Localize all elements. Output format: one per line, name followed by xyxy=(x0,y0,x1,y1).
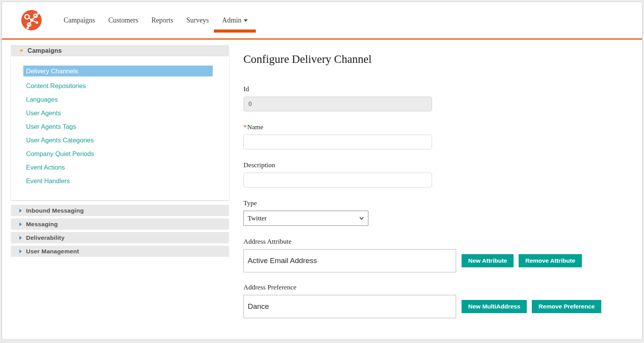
id-label: Id xyxy=(243,85,632,93)
address-preference-field-group: Address Preference New MultiAddress Remo… xyxy=(243,283,632,318)
sidebar-section-deliverability[interactable]: Deliverability xyxy=(11,232,229,243)
new-attribute-button[interactable]: New Attribute xyxy=(462,254,514,267)
sidebar-item-label: User Agents Tags xyxy=(26,123,76,130)
sidebar-section-messaging[interactable]: Messaging xyxy=(11,218,229,230)
new-multiaddress-button[interactable]: New MultiAddress xyxy=(462,300,527,313)
nav-item-label: Customers xyxy=(108,16,138,24)
sidebar-item-event-actions[interactable]: Event Actions xyxy=(11,161,229,174)
caret-right-icon xyxy=(19,236,22,240)
name-field-group: *Name xyxy=(243,123,632,149)
sidebar-item-label: Company Quiet Periods xyxy=(26,150,94,158)
description-field[interactable] xyxy=(243,173,432,187)
top-navigation-bar: Campaigns Customers Reports Surveys Admi… xyxy=(2,2,642,40)
id-field xyxy=(243,97,432,111)
nav-item-label: Campaigns xyxy=(64,16,95,24)
sidebar-accordion: Campaigns Delivery Channels Content Repo… xyxy=(11,45,229,259)
sidebar-item-label: Event Actions xyxy=(26,164,65,171)
nav-item-campaigns[interactable]: Campaigns xyxy=(57,12,102,28)
nav-item-customers[interactable]: Customers xyxy=(102,12,145,28)
sidebar-item-label: Delivery Channels xyxy=(26,68,78,75)
address-attribute-row: New Attribute Remove Attribute xyxy=(243,249,632,272)
sidebar-item-label: Content Repositories xyxy=(26,82,86,90)
address-attribute-field[interactable] xyxy=(243,249,456,272)
sidebar-item-label: Event Handlers xyxy=(26,177,70,185)
sidebar-item-event-handlers[interactable]: Event Handlers xyxy=(11,174,229,188)
sidebar-item-label: Languages xyxy=(26,96,58,103)
brand-molecule-logo-icon[interactable] xyxy=(21,9,42,31)
sidebar-item-languages[interactable]: Languages xyxy=(11,93,229,106)
remove-attribute-button[interactable]: Remove Attribute xyxy=(519,254,582,267)
main-menu: Campaigns Customers Reports Surveys Admi… xyxy=(57,12,254,28)
configure-delivery-channel-form: Configure Delivery Channel Id *Name Desc… xyxy=(243,53,632,329)
sidebar-item-company-quiet-periods[interactable]: Company Quiet Periods xyxy=(11,147,229,161)
name-label: *Name xyxy=(243,123,632,131)
sidebar-item-label: User Agents Categories xyxy=(26,137,94,144)
caret-right-icon xyxy=(19,222,22,226)
sidebar-section-label: Campaigns xyxy=(28,47,62,54)
sidebar-section-inbound-messaging[interactable]: Inbound Messaging xyxy=(11,205,229,216)
name-label-text: Name xyxy=(247,123,264,131)
id-field-group: Id xyxy=(243,85,632,111)
sidebar-item-user-agents-categories[interactable]: User Agents Categories xyxy=(11,133,229,147)
nav-item-admin[interactable]: Admin xyxy=(215,12,254,28)
name-field[interactable] xyxy=(243,135,432,149)
description-label: Description xyxy=(243,161,632,169)
address-preference-label: Address Preference xyxy=(243,283,632,291)
caret-right-icon xyxy=(19,209,22,213)
sidebar-section-label: Messaging xyxy=(26,221,58,228)
nav-item-label: Reports xyxy=(151,16,173,24)
address-preference-row: New MultiAddress Remove Preference xyxy=(243,295,632,318)
sidebar-section-label: Inbound Messaging xyxy=(26,207,84,214)
app-window: Campaigns Customers Reports Surveys Admi… xyxy=(2,2,642,340)
required-asterisk: * xyxy=(243,123,247,131)
address-attribute-field-group: Address Attribute New Attribute Remove A… xyxy=(243,237,632,272)
address-attribute-label: Address Attribute xyxy=(243,237,632,246)
sidebar-section-label: Deliverability xyxy=(26,234,64,241)
active-tab-underline xyxy=(214,29,256,33)
sidebar-item-label: User Agents xyxy=(26,109,61,117)
sidebar-campaigns-panel: Delivery Channels Content Repositories L… xyxy=(11,56,229,200)
sidebar-section-campaigns[interactable]: Campaigns xyxy=(11,45,229,56)
description-field-group: Description xyxy=(243,161,632,187)
sidebar-section-label: User Management xyxy=(26,248,79,255)
remove-preference-button[interactable]: Remove Preference xyxy=(532,300,601,313)
sidebar-item-content-repositories[interactable]: Content Repositories xyxy=(11,79,229,93)
page-title: Configure Delivery Channel xyxy=(243,53,632,66)
sidebar-section-user-management[interactable]: User Management xyxy=(11,246,229,257)
admin-dropdown-caret-icon xyxy=(244,19,248,22)
type-select-wrap: Twitter xyxy=(243,211,368,226)
nav-item-label: Admin xyxy=(222,16,241,24)
caret-right-icon xyxy=(19,249,22,253)
type-select[interactable]: Twitter xyxy=(243,211,368,226)
type-field-group: Type Twitter xyxy=(243,199,632,226)
nav-item-surveys[interactable]: Surveys xyxy=(180,12,215,28)
nav-item-label: Surveys xyxy=(186,16,209,24)
sidebar-item-user-agents-tags[interactable]: User Agents Tags xyxy=(11,120,229,133)
nav-item-reports[interactable]: Reports xyxy=(145,12,180,28)
address-preference-field[interactable] xyxy=(243,295,456,318)
caret-down-icon xyxy=(19,50,23,52)
sidebar-item-delivery-channels[interactable]: Delivery Channels xyxy=(23,66,213,76)
type-label: Type xyxy=(243,199,632,207)
sidebar-item-user-agents[interactable]: User Agents xyxy=(11,106,229,120)
